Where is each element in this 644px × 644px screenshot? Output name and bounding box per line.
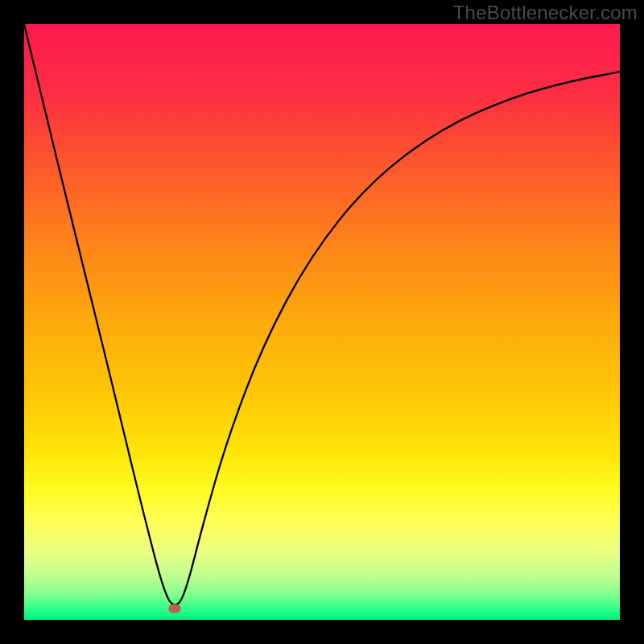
bottleneck-curve bbox=[24, 24, 620, 620]
plot-frame bbox=[24, 24, 620, 620]
watermark-text: TheBottlenecker.com bbox=[453, 2, 638, 24]
optimum-marker bbox=[169, 604, 181, 613]
